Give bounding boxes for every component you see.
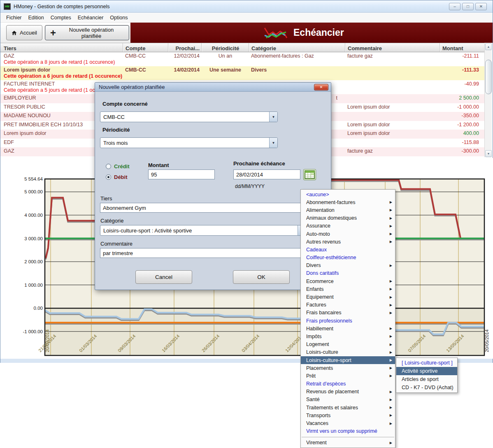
category-submenu: [ Loisirs-culture-sport ]Activité sporti…: [396, 357, 458, 393]
category-menu-item-1[interactable]: Abonnement-factures▶: [301, 198, 395, 206]
column-header-tiers[interactable]: Tiers: [0, 43, 123, 52]
cell-compte: CMB-CC: [123, 52, 168, 66]
category-menu-item-17[interactable]: Habillement▶: [301, 325, 395, 332]
dialog-close-button[interactable]: ✕: [314, 84, 328, 91]
category-menu-item-5[interactable]: Auto-moto▶: [301, 230, 395, 238]
submenu-arrow-icon: ▶: [390, 327, 392, 330]
category-menu-item-20[interactable]: Loisirs-culture▶: [301, 348, 395, 356]
submenu-arrow-icon: ▶: [390, 441, 392, 445]
category-menu-item-0[interactable]: <aucune>: [301, 190, 395, 198]
category-menu-item-2[interactable]: Alimentation▶: [301, 206, 395, 214]
periodicite-value: Trois mois: [100, 140, 269, 146]
scroll-down-button[interactable]: ▼: [485, 150, 492, 157]
column-header-periodicite[interactable]: Périodicité: [201, 43, 249, 52]
category-menu-item-10[interactable]: Dons caritatifs: [301, 269, 395, 277]
cancel-button[interactable]: Cancel: [135, 270, 192, 284]
column-header-prochaine[interactable]: Prochai...: [168, 43, 201, 52]
menubar-item-echeancier[interactable]: Echéancier: [74, 14, 107, 22]
category-menu-item-27[interactable]: Traitements et salaires▶: [301, 404, 395, 411]
column-header-montant[interactable]: Montant: [440, 43, 481, 52]
menu-item-label: <aucune>: [306, 192, 392, 197]
category-menu-item-18[interactable]: Impôts▶: [301, 332, 395, 340]
submenu-arrow-icon: ▶: [390, 295, 392, 299]
maximize-button[interactable]: □: [462, 3, 474, 10]
column-header-commentaire[interactable]: Commentaire: [345, 43, 440, 52]
compte-combobox[interactable]: CMB-CC ▼: [100, 111, 278, 122]
table-row-1[interactable]: Lorem ipsum dolorCette opération a 6 jou…: [0, 66, 484, 80]
category-menu-item-30[interactable]: Virmt vers un compte supprimé: [301, 427, 395, 435]
menubar-item-fichier[interactable]: Fichier: [3, 14, 25, 22]
category-menu-item-4[interactable]: Assurance▶: [301, 222, 395, 230]
cell-montant: 2 500.00: [440, 94, 481, 103]
category-menu-item-19[interactable]: Logement▶: [301, 341, 395, 348]
menu-item-label: Animaux domestiques: [306, 215, 390, 221]
category-menu-item-6[interactable]: Autres revenus▶: [301, 238, 395, 246]
cell-commentaire: facture gaz: [345, 52, 440, 66]
chevron-down-icon[interactable]: ▼: [269, 112, 277, 122]
submenu-arrow-icon: ▶: [390, 422, 392, 425]
periodicite-combobox[interactable]: Trois mois ▼: [100, 137, 278, 148]
category-menu-item-25[interactable]: Revenus de placement▶: [301, 388, 395, 396]
calendar-button[interactable]: [303, 169, 316, 180]
category-menu-item-16[interactable]: Frais professionnels: [301, 317, 395, 325]
scroll-up-button[interactable]: ▲: [485, 43, 492, 50]
column-header-compte[interactable]: Compte: [123, 43, 168, 52]
debit-radio[interactable]: Débit: [106, 174, 128, 180]
category-menu-item-21[interactable]: Loisirs-culture-sport▶: [301, 356, 395, 364]
minimize-button[interactable]: –: [449, 3, 460, 10]
column-header-categorie[interactable]: Catégorie: [249, 43, 345, 52]
menu-item-label: Activité sportive: [402, 368, 454, 374]
category-menu-item-24[interactable]: Retrait d'espèces: [301, 380, 395, 388]
menubar-item-comptes[interactable]: Comptes: [47, 14, 74, 22]
echeance-label: Prochaine échéance: [233, 160, 285, 167]
category-menu-item-15[interactable]: Frais bancaires▶: [301, 309, 395, 317]
submenu-arrow-icon: ▶: [390, 287, 392, 291]
cell-montant: 400.00: [440, 130, 481, 139]
category-menu-item-3[interactable]: Animaux domestiques▶: [301, 214, 395, 222]
y-axis-tick: 5 000.00: [24, 189, 43, 194]
new-operation-button[interactable]: + Nouvelle opération planifiée: [45, 25, 129, 40]
category-menu-item-28[interactable]: Transports▶: [301, 411, 395, 419]
category-submenu-item-2[interactable]: Articles de sport: [396, 375, 457, 383]
category-menu-item-14[interactable]: Factures▶: [301, 301, 395, 309]
credit-radio[interactable]: Crédit: [106, 163, 130, 169]
category-menu-item-8[interactable]: Coiffeur-esthéticienne: [301, 254, 395, 262]
cell-compte: CMB-CC: [123, 66, 168, 80]
menu-item-label: Loisirs-culture: [306, 349, 390, 355]
toolbar-row: Accueil + Nouvelle opération planifiée E…: [0, 23, 493, 43]
category-menu-item-32[interactable]: Virement▶: [301, 439, 395, 447]
echeance-field[interactable]: [233, 169, 300, 179]
categorie-combobox[interactable]: Loisirs-culture-sport : Activité sportiv…: [100, 225, 306, 236]
category-menu-item-23[interactable]: Prêt▶: [301, 372, 395, 380]
category-submenu-item-1[interactable]: Activité sportive: [396, 367, 457, 375]
ok-button[interactable]: OK: [233, 270, 290, 284]
cell-commentaire: [345, 112, 440, 121]
tiers-field[interactable]: [100, 203, 327, 213]
category-menu-item-22[interactable]: Placements▶: [301, 364, 395, 372]
montant-field[interactable]: [148, 169, 215, 179]
category-submenu-item-3[interactable]: CD - K7 - DVD (Achat): [396, 383, 457, 392]
menu-item-label: Loisirs-culture-sport: [306, 357, 390, 363]
menubar-item-options[interactable]: Options: [107, 14, 131, 22]
category-submenu-item-0[interactable]: [ Loisirs-culture-sport ]: [396, 359, 457, 367]
category-menu-item-26[interactable]: Santé▶: [301, 396, 395, 404]
chevron-down-icon[interactable]: ▼: [269, 138, 277, 148]
dialog-title-bar[interactable]: Nouvelle opération planifiée: [95, 83, 331, 92]
commentaire-field[interactable]: [100, 248, 327, 258]
close-button[interactable]: ✕: [475, 3, 487, 10]
cell-commentaire: [345, 80, 440, 94]
category-menu-item-9[interactable]: Divers▶: [301, 262, 395, 269]
menu-item-label: [ Loisirs-culture-sport ]: [402, 360, 454, 366]
menu-item-label: Revenus de placement: [306, 389, 390, 395]
credit-radio-label: Crédit: [114, 163, 130, 169]
scrollbar-thumb[interactable]: [485, 60, 492, 94]
table-row-0[interactable]: GAZCette opération a 8 jours de retard (…: [0, 52, 484, 66]
category-menu-item-12[interactable]: Enfants▶: [301, 285, 395, 293]
home-button[interactable]: Accueil: [6, 25, 42, 40]
table-scrollbar[interactable]: ▲ ▼: [484, 43, 492, 157]
category-menu-item-7[interactable]: Cadeaux: [301, 246, 395, 253]
category-menu-item-11[interactable]: Ecommerce▶: [301, 277, 395, 285]
category-menu-item-29[interactable]: Vacances▶: [301, 419, 395, 427]
menubar-item-edition[interactable]: Edition: [25, 14, 47, 22]
category-menu-item-13[interactable]: Equipement▶: [301, 293, 395, 301]
